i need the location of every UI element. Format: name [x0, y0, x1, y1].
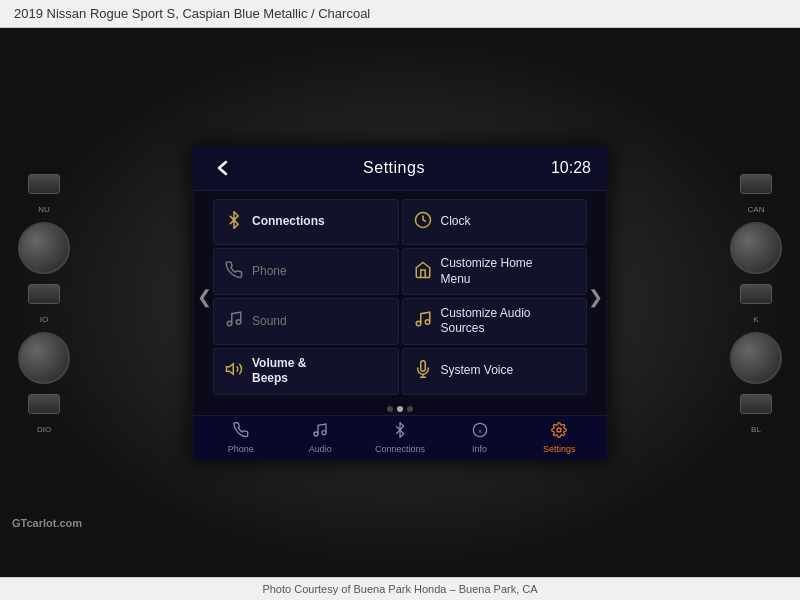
music-note-icon [224, 310, 244, 332]
screen-header: Settings 10:28 [193, 146, 607, 191]
right-controls: CAN K BL [730, 172, 782, 434]
right-label-1: CAN [748, 205, 765, 214]
svg-point-1 [227, 322, 232, 327]
watermark: GTcarlot.com [12, 517, 82, 529]
nav-info[interactable]: Info [455, 422, 505, 454]
phone-label: Phone [252, 264, 287, 280]
nav-info-label: Info [472, 444, 487, 454]
page-dots [193, 403, 607, 415]
customize-audio-label: Customize AudioSources [441, 306, 531, 337]
right-btn-1[interactable] [740, 174, 772, 194]
volume-beeps-label: Volume &Beeps [252, 356, 306, 387]
svg-point-9 [322, 430, 326, 434]
system-voice-label: System Voice [441, 363, 514, 379]
back-button[interactable] [209, 154, 237, 182]
car-info-text: 2019 Nissan Rogue Sport S, Caspian Blue … [14, 6, 370, 21]
volume-icon [224, 360, 244, 382]
screen-container: Settings 10:28 ❮ [190, 143, 610, 463]
menu-item-connections[interactable]: Connections [213, 199, 399, 246]
right-knob-top[interactable] [730, 222, 782, 274]
menu-item-volume-beeps[interactable]: Volume &Beeps [213, 348, 399, 395]
dot-3 [407, 406, 413, 412]
right-btn-2[interactable] [740, 284, 772, 304]
menu-grid: Connections Clock [213, 195, 587, 399]
mic-icon [413, 360, 433, 382]
nav-settings[interactable]: Settings [534, 422, 584, 454]
right-btn-3[interactable] [740, 394, 772, 414]
nav-connections[interactable]: Connections [375, 422, 425, 454]
menu-item-customize-home[interactable]: Customize HomeMenu [402, 248, 588, 295]
sound-label: Sound [252, 314, 287, 330]
left-knob-top[interactable] [18, 222, 70, 274]
right-label-2: K [753, 315, 758, 324]
nav-audio[interactable]: Audio [295, 422, 345, 454]
svg-point-4 [425, 320, 430, 325]
nav-audio-label: Audio [309, 444, 332, 454]
menu-item-clock[interactable]: Clock [402, 199, 588, 246]
clock-icon [413, 211, 433, 233]
left-arrow-icon[interactable]: ❮ [195, 278, 214, 316]
clock-label: Clock [441, 214, 471, 230]
menu-item-phone[interactable]: Phone [213, 248, 399, 295]
nav-settings-label: Settings [543, 444, 576, 454]
bottom-nav: Phone Audio [193, 415, 607, 460]
nav-phone[interactable]: Phone [216, 422, 266, 454]
photo-credit: Photo Courtesy of Buena Park Honda – Bue… [0, 577, 800, 600]
nav-audio-icon [312, 422, 328, 442]
left-knob-bottom[interactable] [18, 332, 70, 384]
svg-point-13 [557, 428, 561, 432]
left-label-2: IO [40, 315, 48, 324]
connections-label: Connections [252, 214, 325, 230]
left-btn-2[interactable] [28, 284, 60, 304]
dot-2-active [397, 406, 403, 412]
photo-frame: 2019 Nissan Rogue Sport S, Caspian Blue … [0, 0, 800, 600]
customize-home-label: Customize HomeMenu [441, 256, 533, 287]
menu-item-system-voice[interactable]: System Voice [402, 348, 588, 395]
svg-point-8 [314, 432, 318, 436]
svg-marker-5 [227, 364, 234, 375]
car-info-bar: 2019 Nissan Rogue Sport S, Caspian Blue … [0, 0, 800, 28]
home-icon [413, 261, 433, 283]
menu-item-sound[interactable]: Sound [213, 298, 399, 345]
screen-title: Settings [363, 159, 425, 177]
svg-point-2 [236, 320, 241, 325]
left-label-3: DIO [37, 425, 51, 434]
nav-settings-icon [551, 422, 567, 442]
left-controls: NU IO DIO [18, 172, 70, 434]
phone-icon [224, 261, 244, 283]
nav-connections-icon [392, 422, 408, 442]
dot-1 [387, 406, 393, 412]
nav-phone-icon [233, 422, 249, 442]
bluetooth-icon [224, 211, 244, 233]
screen-time: 10:28 [551, 159, 591, 177]
infotainment-screen: Settings 10:28 ❮ [190, 143, 610, 463]
nav-connections-label: Connections [375, 444, 425, 454]
nav-info-icon [472, 422, 488, 442]
photo-area: NU IO DIO CAN K BL [0, 28, 800, 577]
left-btn-1[interactable] [28, 174, 60, 194]
right-knob-bottom[interactable] [730, 332, 782, 384]
menu-item-customize-audio[interactable]: Customize AudioSources [402, 298, 588, 345]
svg-point-3 [416, 322, 421, 327]
nav-phone-label: Phone [228, 444, 254, 454]
left-label-1: NU [38, 205, 50, 214]
menu-area: ❮ Connections [193, 191, 607, 403]
left-btn-3[interactable] [28, 394, 60, 414]
right-label-3: BL [751, 425, 761, 434]
audio-music-icon [413, 310, 433, 332]
right-arrow-icon[interactable]: ❯ [586, 278, 605, 316]
